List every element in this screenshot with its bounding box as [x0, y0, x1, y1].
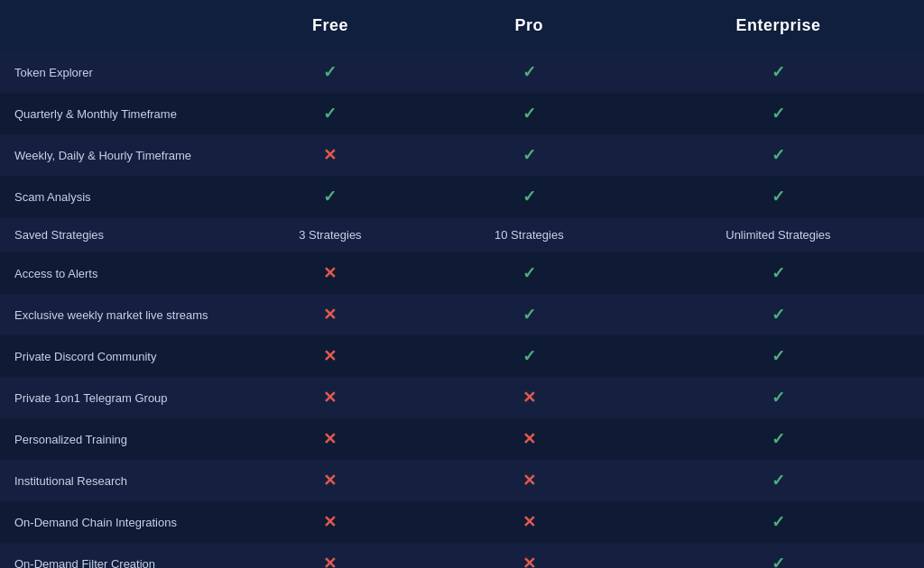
- table-header: Free Pro Enterprise: [0, 0, 924, 51]
- free-cell: ✕: [235, 460, 426, 501]
- check-icon: ✓: [522, 188, 536, 206]
- check-icon: ✓: [522, 306, 536, 324]
- pro-cell: ✓: [426, 93, 633, 134]
- free-cell: ✕: [235, 294, 426, 335]
- check-icon: ✓: [772, 472, 785, 490]
- table-row: Weekly, Daily & Hourly Timeframe✕✓✓: [0, 134, 924, 176]
- feature-cell: On-Demand Chain Integrations: [0, 501, 235, 543]
- enterprise-cell: ✓: [633, 176, 924, 217]
- cross-icon: ✕: [323, 472, 337, 490]
- text-value: 3 Strategies: [299, 228, 361, 242]
- cross-icon: ✕: [323, 306, 337, 324]
- enterprise-cell: ✓: [633, 134, 924, 176]
- check-icon: ✓: [522, 105, 536, 123]
- pro-cell: ✕: [426, 501, 633, 543]
- table-row: On-Demand Filter Creation✕✕✓: [0, 543, 924, 568]
- pro-cell: ✓: [426, 335, 633, 377]
- enterprise-cell: Unlimited Strategies: [633, 217, 924, 252]
- free-cell: ✓: [235, 176, 426, 217]
- text-value: Unlimited Strategies: [725, 228, 830, 242]
- feature-cell: Private Discord Community: [0, 335, 235, 377]
- free-cell: ✕: [235, 252, 426, 294]
- free-cell: ✕: [235, 418, 426, 460]
- enterprise-cell: ✓: [633, 335, 924, 377]
- check-icon: ✓: [522, 63, 536, 81]
- table-row: Personalized Training✕✕✓: [0, 418, 924, 460]
- feature-cell: Exclusive weekly market live streams: [0, 294, 235, 335]
- cross-icon: ✕: [522, 430, 536, 448]
- check-icon: ✓: [772, 513, 785, 531]
- table-row: On-Demand Chain Integrations✕✕✓: [0, 501, 924, 543]
- table-row: Quarterly & Monthly Timeframe✓✓✓: [0, 93, 924, 134]
- enterprise-cell: ✓: [633, 460, 924, 501]
- cross-icon: ✕: [323, 146, 337, 164]
- check-icon: ✓: [772, 389, 785, 407]
- feature-column-header: [0, 0, 235, 51]
- check-icon: ✓: [522, 146, 536, 164]
- enterprise-cell: ✓: [633, 252, 924, 294]
- cross-icon: ✕: [323, 554, 337, 568]
- free-cell: ✕: [235, 335, 426, 377]
- feature-cell: Weekly, Daily & Hourly Timeframe: [0, 134, 235, 176]
- table-row: Exclusive weekly market live streams✕✓✓: [0, 294, 924, 335]
- table-row: Scam Analysis✓✓✓: [0, 176, 924, 217]
- free-cell: ✕: [235, 377, 426, 418]
- feature-cell: Quarterly & Monthly Timeframe: [0, 93, 235, 134]
- check-icon: ✓: [522, 347, 536, 365]
- table-row: Token Explorer✓✓✓: [0, 51, 924, 93]
- enterprise-cell: ✓: [633, 543, 924, 568]
- pro-cell: ✓: [426, 294, 633, 335]
- pro-cell: ✓: [426, 51, 633, 93]
- feature-cell: Scam Analysis: [0, 176, 235, 217]
- free-cell: ✕: [235, 543, 426, 568]
- pro-cell: ✓: [426, 252, 633, 294]
- pro-cell: ✕: [426, 543, 633, 568]
- check-icon: ✓: [323, 188, 337, 206]
- enterprise-cell: ✓: [633, 418, 924, 460]
- free-cell: 3 Strategies: [235, 217, 426, 252]
- feature-cell: Personalized Training: [0, 418, 235, 460]
- pro-cell: ✓: [426, 134, 633, 176]
- table-row: Saved Strategies3 Strategies10 Strategie…: [0, 217, 924, 252]
- enterprise-cell: ✓: [633, 294, 924, 335]
- free-cell: ✓: [235, 93, 426, 134]
- enterprise-cell: ✓: [633, 51, 924, 93]
- enterprise-cell: ✓: [633, 93, 924, 134]
- cross-icon: ✕: [323, 347, 337, 365]
- enterprise-cell: ✓: [633, 377, 924, 418]
- cross-icon: ✕: [323, 430, 337, 448]
- check-icon: ✓: [323, 105, 337, 123]
- enterprise-cell: ✓: [633, 501, 924, 543]
- cross-icon: ✕: [522, 554, 536, 568]
- pro-cell: ✕: [426, 418, 633, 460]
- check-icon: ✓: [772, 63, 785, 81]
- pro-cell: ✓: [426, 176, 633, 217]
- cross-icon: ✕: [522, 389, 536, 407]
- feature-cell: Saved Strategies: [0, 217, 235, 252]
- pro-cell: 10 Strategies: [426, 217, 633, 252]
- cross-icon: ✕: [522, 513, 536, 531]
- cross-icon: ✕: [522, 472, 536, 490]
- check-icon: ✓: [772, 347, 785, 365]
- free-cell: ✕: [235, 134, 426, 176]
- check-icon: ✓: [772, 146, 785, 164]
- free-column-header: Free: [235, 0, 426, 51]
- cross-icon: ✕: [323, 264, 337, 282]
- feature-cell: Token Explorer: [0, 51, 235, 93]
- check-icon: ✓: [323, 63, 337, 81]
- check-icon: ✓: [772, 554, 785, 568]
- check-icon: ✓: [522, 264, 536, 282]
- check-icon: ✓: [772, 430, 785, 448]
- pricing-table: Free Pro Enterprise Token Explorer✓✓✓Qua…: [0, 0, 924, 568]
- pro-column-header: Pro: [426, 0, 633, 51]
- pro-cell: ✕: [426, 460, 633, 501]
- table-row: Private 1on1 Telegram Group✕✕✓: [0, 377, 924, 418]
- cross-icon: ✕: [323, 513, 337, 531]
- pro-cell: ✕: [426, 377, 633, 418]
- check-icon: ✓: [772, 188, 785, 206]
- table-row: Access to Alerts✕✓✓: [0, 252, 924, 294]
- text-value: 10 Strategies: [494, 228, 564, 242]
- feature-cell: On-Demand Filter Creation: [0, 543, 235, 568]
- check-icon: ✓: [772, 264, 785, 282]
- check-icon: ✓: [772, 306, 785, 324]
